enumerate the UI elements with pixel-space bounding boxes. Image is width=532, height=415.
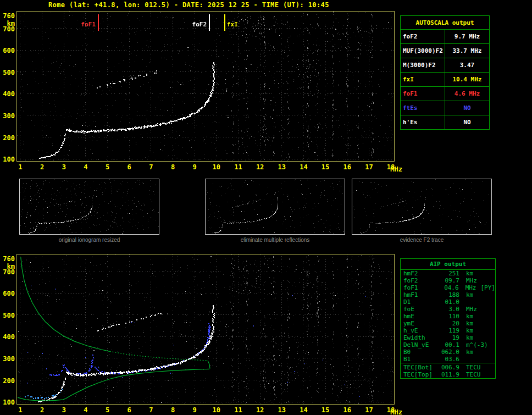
aip-value: 119 — [437, 327, 459, 334]
autoscala-window: Rome (lat: +41.8, lon: 012.5) - DATE: 20… — [0, 0, 532, 415]
autoscala-output-table: AUTOSCALA output foF29.7 MHzMUF(3000)F23… — [400, 15, 490, 130]
x-tick-label: 16 — [342, 406, 352, 414]
autoscala-param-label: M(3000)F2 — [401, 58, 445, 73]
autoscala-param-label: fxI — [401, 73, 445, 87]
aip-value: 062.0 — [437, 348, 459, 356]
aip-unit: km — [459, 327, 473, 334]
y-tick-label: 500 — [1, 69, 15, 76]
aip-row: foF104.6MHz[PY] — [401, 284, 495, 291]
aip-extra — [473, 313, 478, 320]
aip-row: hmF1188km — [401, 291, 495, 298]
autoscala-param-value: NO — [445, 115, 490, 130]
autoscala-param-label: foF1 — [401, 87, 445, 101]
autoscala-param-value: 9.7 MHz — [445, 30, 490, 44]
thumbnail-caption-original: original ionogram resized — [19, 237, 159, 243]
x-tick-label: 14 — [298, 406, 308, 414]
y-tick-label: 300 — [1, 112, 15, 120]
x-tick-label: 10 — [212, 406, 221, 414]
aip-unit: m^(-3) — [459, 341, 488, 348]
aip-unit: km — [459, 313, 473, 320]
ionogram-plot-top — [16, 11, 395, 162]
table-row: foF14.6 MHz — [401, 87, 490, 101]
aip-label: hmE — [401, 313, 437, 320]
aip-extra — [473, 270, 478, 277]
aip-value: 04.6 — [437, 284, 458, 291]
x-tick-label: 2 — [37, 163, 47, 171]
aip-extra — [466, 298, 470, 306]
x-tick-label: 6 — [124, 406, 134, 414]
thumbnail-caption-no-multiples: eliminate multiple reflections — [205, 237, 345, 243]
y-tick-label: 600 — [1, 290, 15, 297]
aip-extra — [481, 371, 485, 378]
aip-label: foF2 — [401, 277, 437, 284]
aip-unit: km — [459, 320, 473, 327]
aip-value: 01.0 — [437, 298, 459, 306]
aip-row: hmE110km — [401, 313, 495, 320]
aip-row: ymE20km — [401, 320, 495, 327]
x-tick-label: 3 — [59, 163, 69, 171]
table-row: M(3000)F23.47 — [401, 58, 490, 73]
y-tick-label: 400 — [1, 90, 15, 98]
x-tick-label: 16 — [342, 163, 352, 171]
x-axis-unit-label: MHz — [390, 165, 402, 173]
autoscala-param-value: 10.4 MHz — [445, 73, 490, 87]
aip-unit: MHz — [459, 284, 476, 291]
aip-value: 03.6 — [437, 356, 459, 363]
y-tick-label: 100 — [1, 156, 15, 163]
station-date-title: Rome (lat: +41.8, lon: 012.5) - DATE: 20… — [48, 1, 329, 9]
aip-unit — [459, 356, 466, 363]
x-tick-label: 2 — [37, 406, 47, 414]
x-axis-unit-label: MHz — [390, 408, 402, 415]
aip-value: 3.0 — [437, 306, 459, 313]
aip-extra — [473, 320, 478, 327]
aip-row: TEC[Top]011.9TECU — [401, 371, 495, 378]
aip-extra — [477, 306, 481, 313]
aip-value: 19 — [437, 334, 459, 341]
aip-extra — [477, 277, 481, 284]
thumbnail-original-ionogram — [19, 179, 159, 235]
autoscala-param-label: h'Es — [401, 115, 445, 130]
aip-value: 011.9 — [437, 371, 459, 378]
table-row: MUF(3000)F233.7 MHz — [401, 44, 490, 58]
x-tick-label: 13 — [277, 163, 287, 171]
aip-label: ymE — [401, 320, 437, 327]
aip-label: TEC[Bot] — [401, 364, 437, 371]
y-tick-label: 600 — [1, 47, 15, 54]
y-tick-label: 300 — [1, 355, 15, 363]
aip-table-header: AIP output — [401, 259, 495, 270]
autoscala-param-value: 33.7 MHz — [445, 44, 490, 58]
aip-extra — [473, 334, 478, 341]
ionogram-canvas-bottom — [17, 254, 394, 404]
aip-row: h_vE119km — [401, 327, 495, 334]
y-tick-label: 200 — [1, 377, 15, 385]
autoscala-param-value: NO — [445, 101, 490, 115]
aip-row: D101.0 — [401, 298, 495, 306]
aip-value: 188 — [437, 291, 459, 298]
x-tick-label: 15 — [320, 163, 330, 171]
x-tick-label: 5 — [103, 163, 113, 171]
y-tick-label: 400 — [1, 333, 15, 341]
x-tick-label: 7 — [146, 163, 156, 171]
aip-extra — [473, 348, 478, 356]
thumbnail-no-multiples — [205, 179, 345, 235]
autoscala-param-label: foF2 — [401, 30, 445, 44]
aip-label: foE — [401, 306, 437, 313]
aip-extra — [481, 364, 485, 371]
x-tick-label: 7 — [146, 406, 156, 414]
x-tick-label: 4 — [81, 163, 91, 171]
aip-label: foF1 — [401, 284, 437, 291]
table-row: fxI10.4 MHz — [401, 73, 490, 87]
y-tick-label: 500 — [1, 312, 15, 319]
table-row: ftEsNO — [401, 101, 490, 115]
x-tick-label: 12 — [255, 163, 265, 171]
aip-label: hmF2 — [401, 270, 437, 277]
aip-label: B0 — [401, 348, 437, 356]
autoscala-param-value: 3.47 — [445, 58, 490, 73]
ionogram-plot-bottom — [16, 254, 395, 405]
aip-unit: MHz — [459, 306, 477, 313]
autoscala-table-header: AUTOSCALA output — [401, 16, 490, 30]
aip-extra: [PY] — [476, 284, 496, 291]
aip-value: 110 — [437, 313, 459, 320]
x-tick-label: 12 — [255, 406, 265, 414]
y-tick-label: 760 — [1, 255, 15, 263]
